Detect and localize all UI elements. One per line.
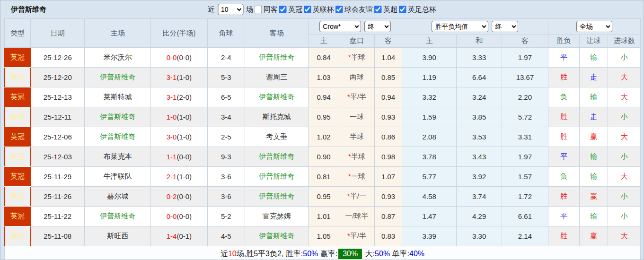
- match-result: 胜: [548, 127, 580, 147]
- score-fulltime: 0-2: [167, 192, 177, 200]
- col-corner-header: 角球: [207, 19, 245, 48]
- league-filter-checkbox-friendly[interactable]: [335, 6, 343, 13]
- col-odds-home-header: 主: [309, 35, 339, 48]
- table-row: 英冠 25-12-20 伊普斯维奇 3-1(1-0) 5-3 谢周三 1.03 …: [5, 68, 641, 87]
- league-badge: 英冠: [5, 87, 31, 107]
- odds-away: 1.04: [375, 48, 402, 68]
- handicap-result: 走: [579, 68, 608, 87]
- avg-away-odds: 5.72: [502, 107, 548, 127]
- avg-away-odds: 1.97: [502, 147, 548, 167]
- handicap-result: 赢: [579, 187, 608, 207]
- handicap-result: 输: [579, 207, 608, 226]
- away-team: 伊普斯维奇: [245, 87, 308, 107]
- big-value: 50%: [375, 250, 390, 258]
- handicap-result: 输: [579, 87, 608, 107]
- avg-away-odds: 2.20: [502, 87, 548, 107]
- league-filter-label-yingguan: 英冠: [288, 5, 302, 14]
- table-row: 英冠 25-11-26 赫尔城 0-2(0-0) 3-6 伊普斯维奇 0.95 …: [5, 187, 641, 207]
- match-date: 25-12-26: [31, 48, 85, 68]
- odds-away: 1.07: [375, 167, 402, 187]
- league-filter-checkbox-yingguan[interactable]: [279, 6, 286, 13]
- home-team: 伊普斯维奇: [85, 207, 151, 226]
- handicap-result: 赢: [579, 127, 608, 147]
- handicap: 一球: [339, 107, 374, 127]
- col-avg-draw-header: 和: [457, 35, 502, 48]
- score-fulltime: 3-1: [167, 93, 177, 101]
- odds-home: 0.90: [309, 147, 339, 167]
- league-filter-checkbox-facup[interactable]: [398, 6, 406, 13]
- same-venue-checkbox[interactable]: [254, 6, 262, 13]
- odds-away: 0.94: [375, 87, 402, 107]
- winrate-value: 50%: [303, 250, 318, 258]
- match-date: 25-11-22: [31, 207, 85, 226]
- col-avg-home-header: 主: [402, 35, 457, 48]
- goals-result: 大: [608, 226, 641, 246]
- home-team: 伊普斯维奇: [85, 127, 151, 147]
- table-row: 英冠 25-11-29 牛津联队 2-1(1-0) 3-6 伊普斯维奇 0.81…: [5, 167, 641, 187]
- table-row: 英冠 25-12-26 米尔沃尔 0-0(0-0) 2-4 伊普斯维奇 0.84…: [5, 48, 641, 68]
- away-team: 伊普斯维奇: [245, 147, 308, 167]
- corner-score: 2-5: [207, 127, 245, 147]
- matches-label: 场: [246, 5, 253, 14]
- league-badge: 英冠: [5, 48, 31, 68]
- odds-home: 0.81: [309, 167, 339, 187]
- league-filter-label-yingchao: 英超: [383, 5, 397, 14]
- match-count-select[interactable]: 10: [218, 4, 243, 15]
- corner-score: 5-3: [207, 68, 245, 87]
- match-result: 胜: [548, 187, 580, 207]
- avg-away-odds: 1.97: [502, 48, 548, 68]
- home-team: 莱斯特城: [85, 87, 151, 107]
- league-filter-checkbox-yinglianbei[interactable]: [303, 6, 311, 13]
- avg-away-odds: 1.57: [502, 167, 548, 187]
- score-halftime: (0-0): [176, 212, 192, 220]
- handicap-result: 赢: [579, 226, 608, 246]
- match-date: 25-11-29: [31, 167, 85, 187]
- away-team: 斯托克城: [245, 107, 308, 127]
- same-venue-label: 同客: [264, 5, 278, 14]
- scope-select[interactable]: 全场: [576, 21, 612, 32]
- summary-row: 近10场,胜5平3负2, 胜率:50% 赢率:30% 大:50% 单率:40%: [5, 246, 641, 260]
- avg-odds-select[interactable]: 胜平负均值: [432, 21, 488, 32]
- score-halftime: (0-1): [176, 232, 192, 240]
- avg-draw-odds: 3.74: [457, 187, 502, 207]
- handicap-result: 输: [579, 167, 608, 187]
- corner-score: 6-5: [207, 87, 245, 107]
- score-fulltime: 1-4: [167, 232, 177, 240]
- avg-home-odds: 4.58: [402, 187, 457, 207]
- match-result: 胜: [548, 226, 580, 246]
- league-badge: 英冠: [5, 127, 31, 147]
- summary-record: 场,胜5平3负2,: [237, 250, 286, 258]
- goals-result: 小: [608, 187, 641, 207]
- league-badge: 英冠: [5, 187, 31, 207]
- goals-result: 大: [608, 87, 641, 107]
- odds-home: 0.95: [309, 187, 339, 207]
- earnrate-label: 赢率:: [318, 250, 337, 258]
- avg-home-odds: 1.19: [402, 68, 457, 87]
- avg-away-odds: 6.61: [502, 207, 548, 226]
- col-odds-away-header: 客: [375, 35, 402, 48]
- goals-result: 小: [608, 207, 641, 226]
- match-date: 25-11-26: [31, 187, 85, 207]
- odds-away: 0.87: [375, 207, 402, 226]
- odds-away: 0.98: [375, 147, 402, 167]
- col-handicap-header: 盘口: [339, 35, 374, 48]
- handicap: *平/半: [339, 87, 374, 107]
- table-row: 英冠 25-12-13 莱斯特城 3-1(2-0) 6-5 伊普斯维奇 0.94…: [5, 87, 641, 107]
- avg-state-select[interactable]: 终: [492, 21, 518, 32]
- match-date: 25-11-08: [31, 226, 85, 246]
- odds-state-select[interactable]: 终: [364, 21, 391, 32]
- winrate-label: 胜率:: [286, 250, 303, 258]
- goals-result: 大: [608, 68, 641, 87]
- avg-away-odds: 2.14: [502, 226, 548, 246]
- odds-home: 1.03: [309, 68, 339, 87]
- bookmaker-select[interactable]: Crow*: [319, 21, 361, 32]
- score: 1-1(0-0): [151, 147, 208, 167]
- col-away-header: 客场: [245, 19, 308, 48]
- goals-result: 小: [608, 107, 641, 127]
- avg-draw-odds: 3.30: [457, 226, 502, 246]
- corner-score: 5-2: [207, 207, 245, 226]
- score: 2-1(1-0): [151, 167, 208, 187]
- corner-score: 4-5: [207, 226, 245, 246]
- league-filter-checkbox-yingchao[interactable]: [374, 6, 381, 13]
- league-filter-label-facup: 英足总杯: [408, 5, 436, 14]
